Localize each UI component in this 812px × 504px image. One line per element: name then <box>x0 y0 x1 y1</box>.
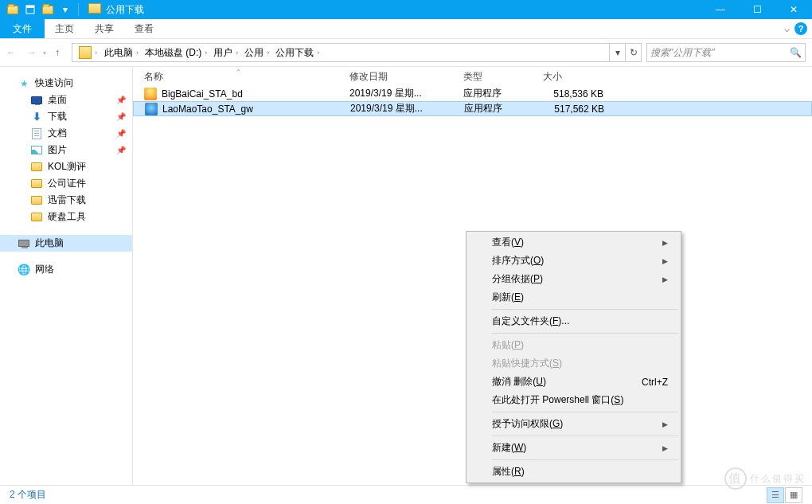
breadcrumb-segment[interactable]: 公用下载› <box>272 44 322 61</box>
file-type-cell: 应用程序 <box>453 102 533 115</box>
context-menu-separator <box>492 436 678 436</box>
file-size-cell: 517,562 KB <box>533 104 620 115</box>
column-date[interactable]: 修改日期 <box>338 70 452 84</box>
file-size-cell: 518,536 KB <box>532 88 619 100</box>
file-icon <box>144 88 157 100</box>
navbar: ← → ▾ ↑ › 此电脑›本地磁盘 (D:)›用户›公用›公用下载› ▾ ↻ … <box>0 39 812 67</box>
sidebar-this-pc[interactable]: 此电脑 <box>0 235 132 252</box>
svg-rect-1 <box>26 6 34 8</box>
sidebar-item[interactable]: 图片📌 <box>0 142 132 158</box>
context-menu-item[interactable]: 分组依据(P)▶ <box>468 270 679 288</box>
context-menu-item: 粘贴(P) <box>468 336 679 354</box>
ribbon-tab-share[interactable]: 共享 <box>84 19 124 38</box>
window-title: 公用下载 <box>88 3 144 17</box>
sidebar-item[interactable]: 文档📌 <box>0 125 132 142</box>
context-menu-item[interactable]: 属性(R) <box>468 463 679 481</box>
address-bar[interactable]: › 此电脑›本地磁盘 (D:)›用户›公用›公用下载› ▾ ↻ <box>72 43 642 62</box>
submenu-arrow-icon: ▶ <box>662 420 668 428</box>
address-refresh-icon[interactable]: ↻ <box>625 44 641 61</box>
column-size[interactable]: 大小 <box>532 70 619 84</box>
context-menu-item[interactable]: 撤消 删除(U)Ctrl+Z <box>468 373 679 391</box>
ribbon-tab-view[interactable]: 查看 <box>124 19 164 38</box>
breadcrumb-segment[interactable]: 此电脑› <box>101 44 142 61</box>
ribbon-collapse-icon[interactable]: ⌵ <box>784 23 790 34</box>
qat-overflow[interactable]: ▾ <box>57 2 73 18</box>
column-headers: 名称⌃ 修改日期 类型 大小 <box>133 67 812 86</box>
breadcrumb-segment[interactable]: 用户› <box>210 44 241 61</box>
search-input[interactable]: 搜索"公用下载" 🔍 <box>646 43 806 62</box>
file-row[interactable]: BigBaiCai_STA_bd2019/3/19 星期...应用程序518,5… <box>133 86 812 101</box>
context-menu-item: 粘贴快捷方式(S) <box>468 354 679 373</box>
breadcrumb-segment[interactable]: 公用› <box>241 44 272 61</box>
context-menu: 查看(V)▶排序方式(O)▶分组依据(P)▶刷新(E)自定义文件夹(F)...粘… <box>466 231 681 483</box>
system-menu-icon[interactable] <box>5 2 21 18</box>
ribbon-tab-home[interactable]: 主页 <box>45 19 84 38</box>
sidebar-quick-access[interactable]: 快速访问 <box>0 75 132 92</box>
breadcrumb-root-icon[interactable]: › <box>76 44 100 61</box>
address-dropdown-icon[interactable]: ▾ <box>609 44 625 61</box>
maximize-button[interactable]: ☐ <box>739 0 775 19</box>
submenu-arrow-icon: ▶ <box>662 275 668 283</box>
context-menu-item[interactable]: 新建(W)▶ <box>468 439 679 457</box>
submenu-arrow-icon: ▶ <box>662 257 668 265</box>
file-date-cell: 2019/3/19 星期... <box>339 102 453 115</box>
context-menu-item[interactable]: 自定义文件夹(F)... <box>468 312 679 330</box>
shortcut-label: Ctrl+Z <box>642 377 668 388</box>
pin-icon: 📌 <box>116 96 126 104</box>
search-placeholder: 搜索"公用下载" <box>650 46 715 60</box>
nav-up-button[interactable]: ↑ <box>48 43 67 62</box>
sidebar-item[interactable]: 桌面📌 <box>0 92 132 108</box>
nav-pane: 快速访问 桌面📌下载📌文档📌图片📌KOL测评公司证件迅雷下载硬盘工具 此电脑 网… <box>0 67 133 485</box>
qat-btn-1[interactable] <box>22 2 38 18</box>
search-icon: 🔍 <box>790 47 802 58</box>
breadcrumb-segment[interactable]: 本地磁盘 (D:)› <box>142 44 210 61</box>
column-name[interactable]: 名称⌃ <box>133 70 338 84</box>
nav-back-button[interactable]: ← <box>2 43 21 62</box>
close-button[interactable]: ✕ <box>775 0 812 19</box>
context-menu-item[interactable]: 刷新(E) <box>468 288 679 307</box>
file-type-cell: 应用程序 <box>452 87 532 100</box>
submenu-arrow-icon: ▶ <box>662 444 668 452</box>
file-name-cell: BigBaiCai_STA_bd <box>133 88 338 100</box>
sidebar-network[interactable]: 网络 <box>0 261 132 278</box>
pin-icon: 📌 <box>116 146 126 154</box>
pin-icon: 📌 <box>116 129 126 138</box>
qat-btn-2[interactable] <box>40 2 56 18</box>
context-menu-item[interactable]: 授予访问权限(G)▶ <box>468 415 679 433</box>
nav-history-dropdown[interactable]: ▾ <box>43 49 46 57</box>
context-menu-separator <box>492 333 678 334</box>
ribbon: 文件 主页 共享 查看 ⌵ ? <box>0 19 812 39</box>
watermark: 值 什么值得买 <box>724 467 806 490</box>
sidebar-item[interactable]: 下载📌 <box>0 108 132 125</box>
submenu-arrow-icon: ▶ <box>662 239 668 247</box>
context-menu-separator <box>492 309 678 310</box>
context-menu-item[interactable]: 查看(V)▶ <box>468 233 679 252</box>
context-menu-separator <box>492 412 678 412</box>
column-type[interactable]: 类型 <box>452 70 532 84</box>
status-bar: 2 个项目 ☰ ▦ <box>0 485 812 504</box>
ribbon-tab-file[interactable]: 文件 <box>0 19 45 38</box>
help-icon[interactable]: ? <box>794 22 807 35</box>
context-menu-separator <box>492 459 678 460</box>
titlebar: ▾ 公用下载 — ☐ ✕ <box>0 0 812 19</box>
file-date-cell: 2019/3/19 星期... <box>338 87 452 100</box>
nav-forward-button[interactable]: → <box>22 43 41 62</box>
sidebar-item[interactable]: 公司证件 <box>0 175 132 192</box>
sort-indicator-icon: ⌃ <box>236 68 241 76</box>
sidebar-item[interactable]: KOL测评 <box>0 158 132 175</box>
file-row[interactable]: LaoMaoTao_STA_gw2019/3/19 星期...应用程序517,5… <box>133 101 812 116</box>
qat: ▾ <box>0 2 82 18</box>
status-text: 2 个项目 <box>10 488 46 502</box>
context-menu-item[interactable]: 排序方式(O)▶ <box>468 252 679 270</box>
file-icon <box>145 103 158 115</box>
minimize-button[interactable]: — <box>702 0 739 19</box>
file-name-cell: LaoMaoTao_STA_gw <box>134 103 339 115</box>
sidebar-item[interactable]: 迅雷下载 <box>0 192 132 209</box>
sidebar-item[interactable]: 硬盘工具 <box>0 209 132 225</box>
watermark-icon: 值 <box>724 467 747 490</box>
pin-icon: 📌 <box>116 112 126 121</box>
context-menu-item[interactable]: 在此处打开 Powershell 窗口(S) <box>468 391 679 409</box>
